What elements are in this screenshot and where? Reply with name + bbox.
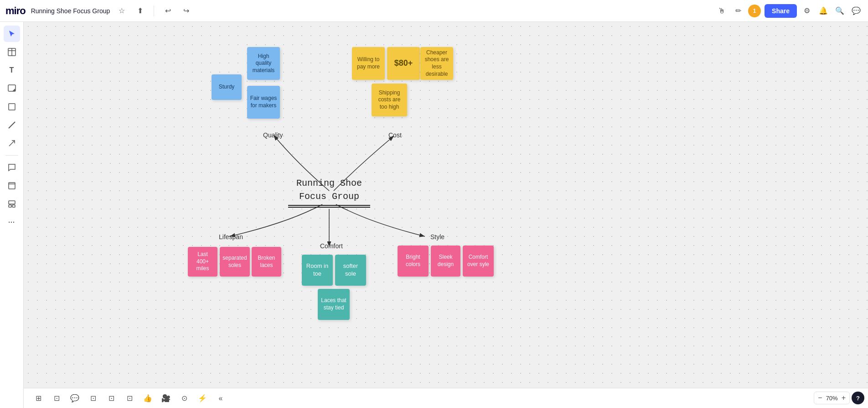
redo-button[interactable]: ↪	[180, 5, 192, 17]
svg-rect-9	[9, 201, 15, 204]
sticky-bright-colors[interactable]: Bright colors	[398, 246, 429, 277]
select-tool[interactable]	[4, 26, 20, 42]
sticky-broken-laces[interactable]: Broken laces	[252, 247, 281, 277]
sticky-note-tool[interactable]	[4, 80, 20, 97]
avatar[interactable]: 1	[748, 5, 761, 17]
bottom-layout-tool[interactable]: ⊡	[104, 391, 119, 406]
central-node: Running Shoe Focus Group	[288, 177, 370, 208]
zoom-in-button[interactable]: +	[842, 394, 846, 402]
svg-rect-10	[9, 205, 11, 207]
export-icon[interactable]: ⬆	[134, 5, 146, 17]
sticky-sturdy[interactable]: Sturdy	[212, 74, 242, 100]
lifespan-label: Lifespan	[219, 233, 243, 241]
undo-button[interactable]: ↩	[161, 5, 174, 17]
arrow-tool[interactable]	[4, 135, 20, 152]
help-button[interactable]: ?	[852, 392, 864, 404]
bottom-lightning-tool[interactable]: ⚡	[195, 391, 210, 406]
sticky-willing-pay[interactable]: Willing to pay more	[352, 47, 385, 80]
frame-tool[interactable]	[4, 178, 20, 194]
template-tool[interactable]	[4, 196, 20, 212]
bottom-collapse-tool[interactable]: «	[213, 391, 228, 406]
sticky-comfort-over-style[interactable]: Comfort over syle	[463, 246, 494, 277]
bottom-video-tool[interactable]: 🎥	[159, 391, 173, 406]
zoom-controls: − 70% +	[814, 392, 850, 404]
document-title[interactable]: Running Shoe Focus Group	[31, 7, 110, 15]
sticky-softer-sole[interactable]: softer sole	[335, 255, 366, 286]
sticky-80plus[interactable]: $80+	[387, 47, 420, 80]
sticky-high-quality[interactable]: High quality materials	[247, 47, 280, 80]
bottom-toolbar: ⊞ ⊡ 💬 ⊡ ⊡ ⊡ 👍 🎥 ⊙ ⚡ «	[24, 388, 868, 408]
table-tool[interactable]	[4, 44, 20, 60]
canvas[interactable]: Running Shoe Focus Group Quality High qu…	[24, 22, 868, 388]
star-icon[interactable]: ☆	[115, 5, 128, 17]
svg-rect-7	[9, 183, 15, 189]
cursor-icon[interactable]: 🖱	[715, 5, 728, 17]
zoom-level: 70%	[826, 395, 838, 402]
quality-label: Quality	[263, 131, 283, 139]
search-icon[interactable]: 🔍	[833, 5, 846, 17]
bottom-like-tool[interactable]: 👍	[140, 391, 155, 406]
sticky-cheaper-shoes[interactable]: Cheaper shoes are less desirable	[420, 47, 453, 80]
text-tool[interactable]: T	[4, 62, 20, 78]
bottom-timer-tool[interactable]: ⊙	[177, 391, 191, 406]
line-tool[interactable]	[4, 117, 20, 133]
svg-line-5	[9, 122, 15, 128]
bell-icon[interactable]: 🔔	[817, 5, 830, 17]
bottom-frame-tool[interactable]: ⊡	[49, 391, 64, 406]
pen-icon[interactable]: ✏	[732, 5, 744, 17]
comfort-label: Comfort	[320, 242, 343, 250]
sticky-sleek-design[interactable]: Sleek design	[431, 246, 460, 277]
cost-label: Cost	[388, 131, 402, 139]
sticky-shipping-costs[interactable]: Shipping costs are too high	[372, 84, 407, 116]
svg-rect-11	[12, 205, 15, 207]
topbar-right: 🖱 ✏ 1 Share ⚙ 🔔 🔍 💬	[715, 4, 863, 18]
miro-logo: miro	[5, 5, 26, 17]
bottom-comment-tool[interactable]: 💬	[67, 391, 82, 406]
zoom-out-button[interactable]: −	[818, 394, 822, 402]
svg-line-6	[9, 141, 15, 146]
topbar-separator	[154, 5, 154, 16]
more-tools[interactable]: ···	[4, 214, 20, 230]
tool-separator	[5, 155, 18, 156]
left-toolbar: T ···	[0, 22, 24, 408]
topbar: miro Running Shoe Focus Group ☆ ⬆ ↩ ↪ 🖱 …	[0, 0, 868, 22]
sticky-laces-stay[interactable]: Laces that stay tied	[318, 289, 350, 320]
shape-tool[interactable]	[4, 99, 20, 115]
bottom-screen-tool[interactable]: ⊡	[86, 391, 100, 406]
share-button[interactable]: Share	[765, 4, 797, 18]
sticky-separated-soles[interactable]: separated soles	[220, 247, 250, 277]
style-label: Style	[430, 233, 444, 241]
bottom-share-screen[interactable]: ⊡	[122, 391, 137, 406]
chat-icon[interactable]: 💬	[850, 5, 863, 17]
comment-tool[interactable]	[4, 159, 20, 176]
sticky-room-toe[interactable]: Room in toe	[302, 255, 333, 286]
sticky-last-miles[interactable]: Last 400+ miles	[188, 247, 217, 277]
svg-rect-4	[9, 104, 15, 110]
settings-icon[interactable]: ⚙	[801, 5, 813, 17]
sticky-fair-wages[interactable]: Fair wages for makers	[247, 86, 280, 119]
bottom-grid-tool[interactable]: ⊞	[31, 391, 46, 406]
